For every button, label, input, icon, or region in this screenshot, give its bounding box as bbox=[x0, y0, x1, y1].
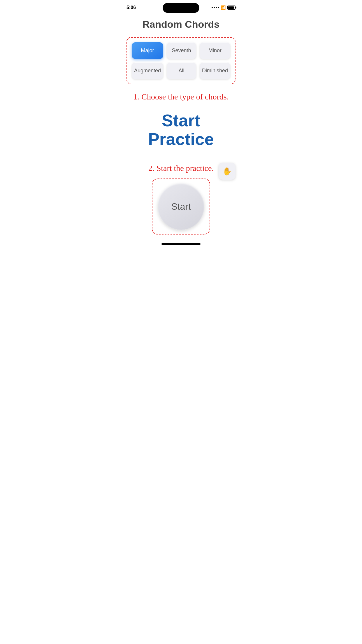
chord-grid: Major Seventh Minor Augmented All Dimini… bbox=[132, 42, 230, 79]
chord-btn-seventh[interactable]: Seventh bbox=[167, 42, 196, 59]
hand-icon: ✋ bbox=[222, 167, 232, 176]
chord-btn-minor[interactable]: Minor bbox=[200, 42, 230, 59]
chord-btn-all[interactable]: All bbox=[167, 62, 196, 79]
chord-btn-augmented[interactable]: Augmented bbox=[132, 62, 163, 79]
wifi-icon: 📶 bbox=[221, 5, 226, 10]
status-right: 📶 bbox=[212, 5, 236, 10]
status-time: 5:06 bbox=[126, 5, 136, 10]
start-practice-heading: Start Practice bbox=[126, 111, 236, 148]
start-btn-container: Start bbox=[152, 178, 210, 235]
battery-fill bbox=[228, 6, 234, 9]
signal-dots bbox=[212, 7, 219, 8]
start-line2: Practice bbox=[148, 130, 214, 148]
instruction-1-text: 1. Choose the type of chords. bbox=[129, 91, 233, 102]
battery-icon bbox=[227, 6, 236, 10]
dynamic-island bbox=[163, 3, 199, 13]
chord-btn-major[interactable]: Major bbox=[132, 42, 163, 59]
start-button[interactable]: Start bbox=[158, 183, 204, 230]
page-title: Random Chords bbox=[121, 19, 241, 30]
instruction-2-text: 2. Start the practice. bbox=[148, 163, 214, 174]
hand-button[interactable]: ✋ bbox=[219, 163, 236, 180]
chord-selector-container: Major Seventh Minor Augmented All Dimini… bbox=[126, 37, 236, 84]
start-line1: Start bbox=[162, 111, 200, 130]
home-indicator bbox=[161, 243, 201, 245]
chord-btn-diminished[interactable]: Diminished bbox=[200, 62, 230, 79]
step2-container: 2. Start the practice. ✋ bbox=[126, 163, 236, 174]
status-bar: 5:06 📶 bbox=[121, 0, 241, 13]
